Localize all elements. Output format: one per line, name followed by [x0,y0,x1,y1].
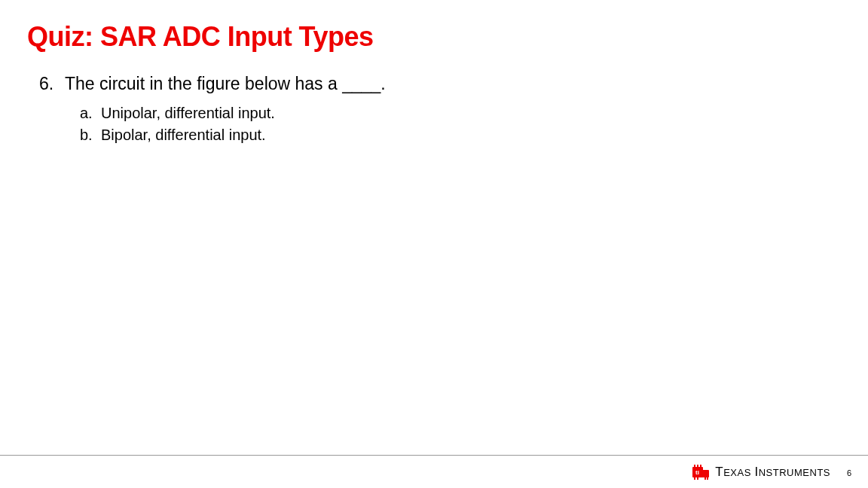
question-line: 6. The circuit in the figure below has a… [39,74,841,94]
options-list: a. Unipolar, differential input. b. Bipo… [39,105,841,144]
question-text: The circuit in the figure below has a __… [65,74,386,94]
option-text: Bipolar, differential input. [101,127,266,144]
svg-rect-2 [694,465,695,468]
page-number: 6 [847,468,851,477]
question-block: 6. The circuit in the figure below has a… [27,74,841,144]
option-letter: a. [80,105,101,122]
slide: Quiz: SAR ADC Input Types 6. The circuit… [0,0,868,488]
ti-chip-icon: ti [691,464,711,480]
brand-logo: ti TEXAS INSTRUMENTS [691,464,830,480]
svg-text:ti: ti [695,469,699,476]
svg-rect-1 [701,470,709,477]
option-a: a. Unipolar, differential input. [80,105,841,122]
brand-text: TEXAS INSTRUMENTS [715,465,830,480]
option-text: Unipolar, differential input. [101,105,275,122]
footer: ti TEXAS INSTRUMENTS 6 [0,455,868,488]
slide-title: Quiz: SAR ADC Input Types [27,21,841,53]
option-letter: b. [80,127,101,144]
svg-rect-4 [700,465,701,468]
question-number: 6. [39,74,62,94]
svg-rect-5 [694,477,695,480]
svg-rect-6 [697,477,698,480]
option-b: b. Bipolar, differential input. [80,127,841,144]
svg-rect-8 [707,477,708,480]
svg-rect-7 [704,477,706,480]
svg-rect-3 [697,465,698,468]
